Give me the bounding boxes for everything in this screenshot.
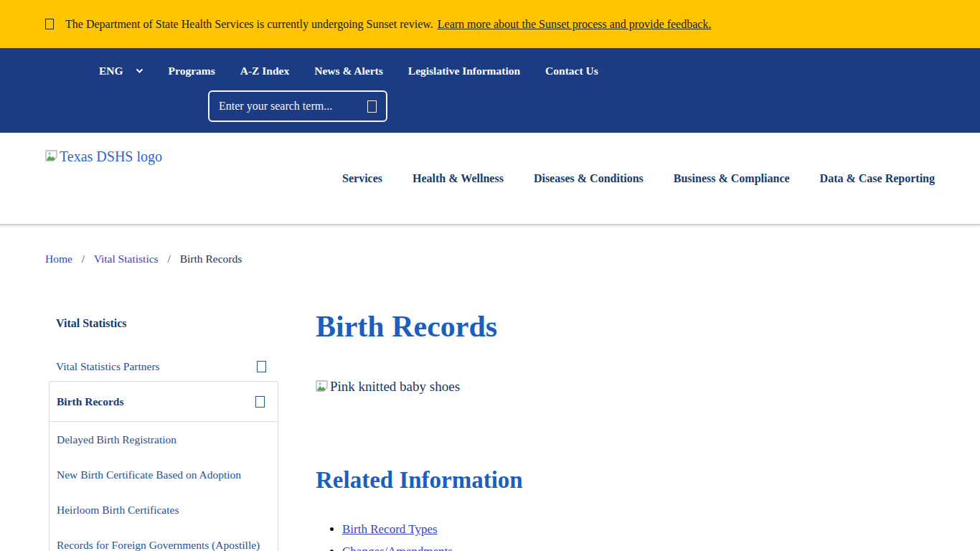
sidebar-item-heirloom-birth-certificates[interactable]: Heirloom Birth Certificates [50, 492, 278, 527]
breadcrumb-separator: / [82, 253, 85, 265]
language-selector[interactable]: ENG [99, 65, 143, 77]
sidebar-item-label[interactable]: Delayed Birth Registration [57, 433, 176, 446]
logo-alt-text: Texas DSHS logo [60, 149, 162, 165]
list-item: Changes/Amendments [342, 545, 935, 551]
link-birth-record-types[interactable]: Birth Record Types [342, 522, 438, 536]
image-alt-text: Pink knitted baby shoes [330, 379, 460, 395]
sidebar-item-label[interactable]: Vital Statistics Partners [56, 360, 160, 373]
baby-shoes-image-placeholder: Pink knitted baby shoes [316, 379, 460, 395]
link-changes-amendments[interactable]: Changes/Amendments [342, 545, 453, 551]
sidebar-title: Vital Statistics [56, 317, 279, 330]
nav-item-business-compliance[interactable]: Business & Compliance [674, 172, 790, 185]
nav-item-contact-us[interactable]: Contact Us [545, 65, 598, 77]
broken-image-icon [316, 380, 329, 392]
sidebar: Vital Statistics Vital Statistics Partne… [45, 310, 279, 551]
broken-image-icon [45, 150, 58, 162]
nav-item-data-case-reporting[interactable]: Data & Case Reporting [820, 172, 935, 185]
sidebar-item-new-birth-certificate-adoption[interactable]: New Birth Certificate Based on Adoption [50, 457, 278, 492]
chevron-down-icon [136, 68, 143, 74]
sidebar-item-label[interactable]: New Birth Certificate Based on Adoption [57, 468, 241, 481]
site-header: Texas DSHS logo Services Health & Wellne… [0, 133, 980, 225]
related-links-list: Birth Record Types Changes/Amendments [342, 522, 935, 551]
sidebar-item-records-foreign-governments[interactable]: Records for Foreign Governments (Apostil… [50, 527, 278, 551]
language-label: ENG [99, 65, 123, 77]
sidebar-item-label[interactable]: Heirloom Birth Certificates [57, 504, 179, 516]
breadcrumb-current: Birth Records [180, 253, 242, 265]
breadcrumb-separator: / [167, 253, 170, 265]
nav-item-az-index[interactable]: A-Z Index [240, 65, 289, 77]
nav-item-diseases-conditions[interactable]: Diseases & Conditions [534, 172, 644, 185]
sidebar-item-birth-records[interactable]: Birth Records [50, 382, 278, 422]
page-title: Birth Records [316, 310, 935, 343]
primary-nav: Services Health & Wellness Diseases & Co… [45, 172, 935, 185]
alert-text: The Department of State Health Services … [65, 18, 433, 31]
sunset-alert-banner: The Department of State Health Services … [0, 0, 980, 48]
search-input[interactable] [219, 100, 367, 113]
related-information-heading: Related Information [316, 467, 935, 494]
list-item: Birth Record Types [342, 522, 935, 537]
nav-item-programs[interactable]: Programs [169, 65, 215, 77]
search-icon[interactable] [367, 100, 377, 113]
sunset-feedback-link[interactable]: Learn more about the Sunset process and … [438, 18, 712, 31]
sidebar-item-vital-statistics-partners[interactable]: Vital Statistics Partners [45, 360, 279, 373]
site-logo-link[interactable]: Texas DSHS logo [45, 149, 162, 165]
breadcrumb-home[interactable]: Home [45, 253, 72, 265]
nav-item-services[interactable]: Services [342, 172, 382, 185]
breadcrumb: Home / Vital Statistics / Birth Records [45, 253, 935, 265]
search-box[interactable] [208, 90, 387, 122]
alert-icon [45, 19, 54, 29]
sidebar-item-delayed-birth-registration[interactable]: Delayed Birth Registration [50, 422, 278, 457]
main-content: Birth Records Pink knitted baby shoes Re… [316, 310, 935, 551]
nav-item-health-wellness[interactable]: Health & Wellness [413, 172, 504, 185]
collapse-icon[interactable] [255, 396, 265, 408]
nav-item-legislative-information[interactable]: Legislative Information [408, 65, 520, 77]
nav-item-news-alerts[interactable]: News & Alerts [314, 65, 383, 77]
sidebar-item-label[interactable]: Birth Records [57, 395, 123, 408]
utility-nav: ENG Programs A-Z Index News & Alerts Leg… [0, 48, 980, 133]
sidebar-birth-records-group: Birth Records Delayed Birth Registration… [49, 381, 278, 551]
sidebar-item-label[interactable]: Records for Foreign Governments (Apostil… [57, 539, 260, 551]
breadcrumb-vital-statistics[interactable]: Vital Statistics [94, 253, 159, 265]
expand-icon[interactable] [257, 361, 266, 372]
